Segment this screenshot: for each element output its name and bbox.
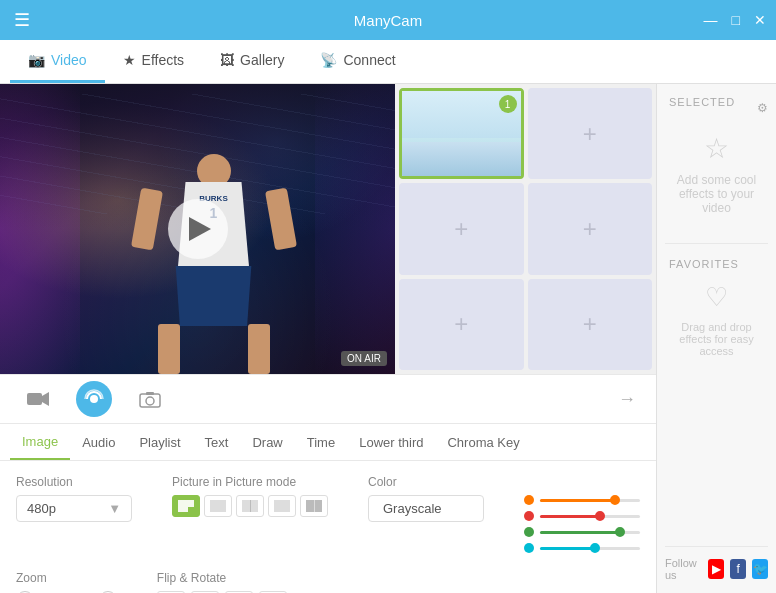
- pip-buttons: [172, 495, 328, 517]
- settings-row-1: Resolution 480p ▼ Picture in Picture mod…: [16, 475, 640, 553]
- nav-tab-video-label: Video: [51, 52, 87, 68]
- gallery-icon: 🖼: [220, 52, 234, 68]
- tab-draw-label: Draw: [252, 435, 282, 450]
- menu-icon[interactable]: ☰: [14, 9, 30, 31]
- app-title: ManyCam: [354, 12, 422, 29]
- tab-text-label: Text: [205, 435, 229, 450]
- tab-image[interactable]: Image: [10, 424, 70, 460]
- svg-rect-5: [146, 392, 154, 395]
- grayscale-button[interactable]: Grayscale: [368, 495, 484, 522]
- pip-btn-4[interactable]: [268, 495, 296, 517]
- favorites-placeholder: ♡ Drag and drop effects for easy access: [665, 282, 768, 357]
- tab-audio[interactable]: Audio: [70, 424, 127, 460]
- color-slider-row-1: [524, 495, 640, 505]
- gallery-cell-6[interactable]: +: [528, 279, 653, 370]
- facebook-icon[interactable]: f: [730, 559, 746, 579]
- tab-playlist[interactable]: Playlist: [127, 424, 192, 460]
- tab-draw[interactable]: Draw: [240, 424, 294, 460]
- thumb-water: [402, 142, 521, 176]
- maximize-button[interactable]: □: [732, 12, 740, 28]
- resolution-value: 480p: [27, 501, 56, 516]
- gallery-cell-4[interactable]: +: [528, 183, 653, 274]
- tab-image-label: Image: [22, 434, 58, 449]
- pip-btn-2[interactable]: [204, 495, 232, 517]
- gallery-cell-3[interactable]: +: [399, 183, 524, 274]
- nav-tab-gallery-label: Gallery: [240, 52, 284, 68]
- resolution-select[interactable]: 480p ▼: [16, 495, 132, 522]
- connect-icon: 📡: [320, 52, 337, 68]
- camera-button[interactable]: [20, 381, 56, 417]
- pip-btn-1[interactable]: [172, 495, 200, 517]
- tab-audio-label: Audio: [82, 435, 115, 450]
- filter-icon[interactable]: ⚙: [757, 101, 768, 115]
- zoom-col: Zoom − +: [16, 571, 117, 593]
- color-dot-3: [524, 527, 534, 537]
- nav-tab-gallery[interactable]: 🖼 Gallery: [202, 40, 302, 83]
- tab-playlist-label: Playlist: [139, 435, 180, 450]
- zoom-label: Zoom: [16, 571, 117, 585]
- color-sliders-col: [524, 475, 640, 553]
- flip-col: Flip & Rotate ↺ ↻ ⇔ ⇕: [157, 571, 359, 593]
- gallery-cell-1[interactable]: 1: [399, 88, 524, 179]
- nav-tab-connect[interactable]: 📡 Connect: [302, 40, 413, 83]
- svg-marker-1: [42, 392, 49, 406]
- tab-text[interactable]: Text: [193, 424, 241, 460]
- tab-lower-third-label: Lower third: [359, 435, 423, 450]
- nav-tab-effects-label: Effects: [142, 52, 185, 68]
- nav-tab-video[interactable]: 📷 Video: [10, 40, 105, 83]
- favorites-section: FAVORITES ♡ Drag and drop effects for ea…: [665, 243, 768, 357]
- nav-bar: 📷 Video ★ Effects 🖼 Gallery 📡 Connect: [0, 40, 776, 84]
- window-controls: — □ ✕: [704, 12, 766, 28]
- color-slider-4[interactable]: [540, 547, 640, 550]
- minimize-button[interactable]: —: [704, 12, 718, 28]
- color-sliders: [524, 495, 640, 553]
- camera-controls: →: [0, 374, 656, 423]
- color-slider-row-4: [524, 543, 640, 553]
- color-slider-2[interactable]: [540, 515, 640, 518]
- add-icon-3: +: [454, 215, 468, 243]
- heart-icon: ♡: [705, 282, 728, 313]
- settings-panel: Resolution 480p ▼ Picture in Picture mod…: [0, 461, 656, 593]
- main-layout: BURKS 1: [0, 84, 776, 593]
- nav-tab-effects[interactable]: ★ Effects: [105, 40, 203, 83]
- gallery-badge-1: 1: [499, 95, 517, 113]
- svg-point-4: [146, 397, 154, 405]
- close-button[interactable]: ✕: [754, 12, 766, 28]
- color-slider-3[interactable]: [540, 531, 640, 534]
- effects-placeholder-text: Add some cool effects to your video: [665, 173, 768, 215]
- svg-point-2: [90, 395, 98, 403]
- favorites-placeholder-text: Drag and drop effects for easy access: [665, 321, 768, 357]
- gallery-cell-2[interactable]: +: [528, 88, 653, 179]
- youtube-icon[interactable]: ▶: [708, 559, 724, 579]
- broadcast-button[interactable]: [76, 381, 112, 417]
- pip-btn-3[interactable]: [236, 495, 264, 517]
- bottom-tabs: Image Audio Playlist Text Draw Time Lowe…: [0, 423, 656, 461]
- tab-lower-third[interactable]: Lower third: [347, 424, 435, 460]
- color-slider-1[interactable]: [540, 499, 640, 502]
- title-bar: ☰ ManyCam — □ ✕: [0, 0, 776, 40]
- tab-chroma-key[interactable]: Chroma Key: [435, 424, 531, 460]
- add-icon-6: +: [583, 310, 597, 338]
- color-slider-row-3: [524, 527, 640, 537]
- follow-us-label: Follow us: [665, 557, 702, 581]
- pip-btn-5[interactable]: [300, 495, 328, 517]
- selected-header: SELECTED ⚙: [665, 96, 768, 120]
- tab-time-label: Time: [307, 435, 335, 450]
- snapshot-button[interactable]: [132, 381, 168, 417]
- gallery-cell-5[interactable]: +: [399, 279, 524, 370]
- add-icon-4: +: [583, 215, 597, 243]
- resolution-dropdown-icon: ▼: [108, 501, 121, 516]
- gallery-area: 1 + + + + +: [395, 84, 656, 374]
- resolution-col: Resolution 480p ▼: [16, 475, 132, 522]
- left-content: BURKS 1: [0, 84, 656, 593]
- video-preview: BURKS 1: [0, 84, 395, 374]
- next-arrow-icon[interactable]: →: [618, 389, 636, 410]
- twitter-icon[interactable]: 🐦: [752, 559, 768, 579]
- settings-row-2: Zoom − + Flip & Rotate ↺ ↻ ⇔: [16, 571, 640, 593]
- tab-time[interactable]: Time: [295, 424, 347, 460]
- video-icon: 📷: [28, 52, 45, 68]
- add-icon-5: +: [454, 310, 468, 338]
- resolution-label: Resolution: [16, 475, 132, 489]
- play-button[interactable]: [168, 199, 228, 259]
- pip-label: Picture in Picture mode: [172, 475, 328, 489]
